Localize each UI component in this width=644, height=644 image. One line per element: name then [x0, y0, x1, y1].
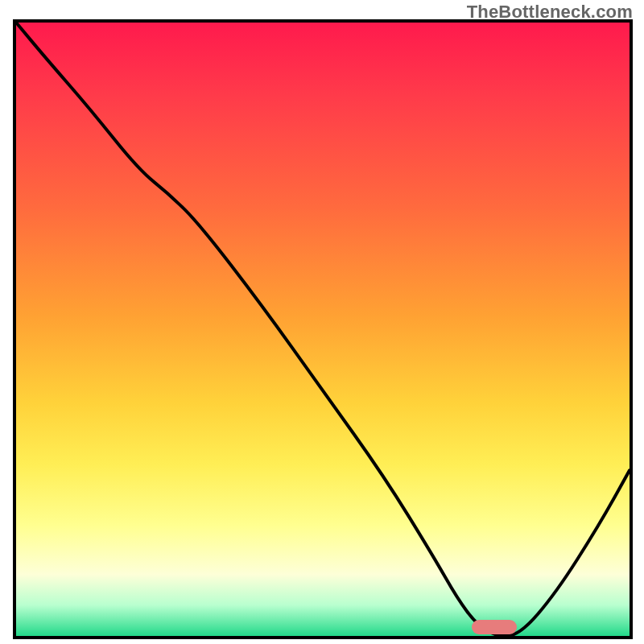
- chart-canvas: TheBottleneck.com: [0, 0, 644, 644]
- watermark-text: TheBottleneck.com: [467, 2, 633, 23]
- plot-area: [13, 19, 633, 639]
- bottleneck-curve: [16, 23, 630, 636]
- optimal-range-marker: [472, 620, 517, 634]
- plot-frame: [13, 19, 633, 639]
